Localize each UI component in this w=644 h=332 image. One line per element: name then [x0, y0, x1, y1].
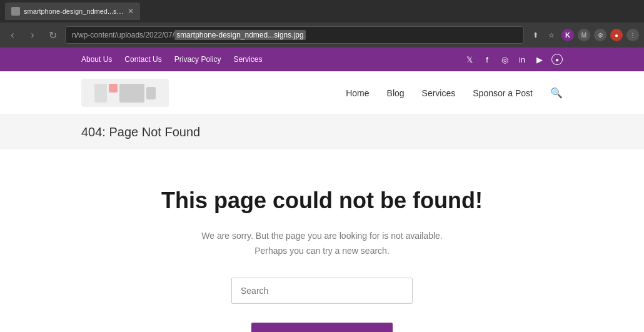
search-input[interactable]: [231, 278, 413, 304]
browser-tab[interactable]: smartphone-design_ndmed...signs.jpg ✕: [5, 3, 140, 20]
extensions-icon[interactable]: ⚙: [594, 29, 606, 41]
tab-title: smartphone-design_ndmed...signs.jpg: [24, 8, 124, 15]
error-subtext: We are sorry. But the page you are looki…: [13, 229, 631, 259]
refresh-button[interactable]: ↻: [45, 27, 60, 44]
back-to-homepage-button[interactable]: BACK TO HOMEPAGE: [251, 323, 392, 332]
tab-favicon: [11, 7, 20, 16]
top-nav-services[interactable]: Services: [233, 55, 262, 64]
url-selected-text: smartphone-design_ndmed...signs.jpg: [174, 30, 305, 40]
bookmark-icon[interactable]: ☆: [545, 29, 558, 41]
nav-sponsor[interactable]: Sponsor a Post: [473, 88, 533, 98]
back-button[interactable]: ‹: [5, 27, 20, 43]
forward-button[interactable]: ›: [25, 27, 40, 43]
nav-home[interactable]: Home: [346, 88, 369, 98]
tab-close-button[interactable]: ✕: [128, 7, 134, 16]
nav-search-icon[interactable]: 🔍: [550, 87, 563, 99]
instagram-icon[interactable]: ◎: [499, 54, 510, 65]
error-subtext-line1: We are sorry. But the page you are looki…: [13, 229, 631, 244]
logo-block-2: [109, 84, 118, 93]
logo-block-4: [146, 87, 156, 99]
menu-icon[interactable]: ⋮: [626, 29, 639, 41]
twitter-icon[interactable]: 𝕏: [464, 54, 475, 65]
linkedin-icon[interactable]: in: [516, 54, 528, 65]
nav-services[interactable]: Services: [422, 88, 456, 98]
facebook-icon[interactable]: f: [481, 54, 493, 65]
error-subtext-line2: Perhaps you can try a new search.: [13, 244, 631, 259]
logo-block-3: [119, 84, 144, 103]
main-nav: Home Blog Services Sponsor a Post 🔍: [0, 71, 644, 115]
logo-image: [81, 79, 169, 107]
error-heading: This page could not be found!: [13, 187, 631, 214]
main-nav-links: Home Blog Services Sponsor a Post 🔍: [346, 87, 563, 99]
profile-k-icon[interactable]: K: [561, 29, 574, 41]
main-content: This page could not be found! We are sor…: [0, 149, 644, 332]
logo-block-1: [94, 84, 107, 103]
address-bar[interactable]: n/wp-content/uploads/2022/07/smartphone-…: [65, 26, 524, 44]
record-icon[interactable]: ●: [610, 29, 623, 41]
profile-m-icon[interactable]: M: [578, 29, 590, 41]
browser-actions: ⬆ ☆ K M ⚙ ● ⋮: [529, 29, 639, 41]
youtube-icon[interactable]: ▶: [534, 54, 545, 65]
site-logo[interactable]: [81, 79, 169, 107]
url-text: n/wp-content/uploads/2022/07/: [72, 31, 174, 39]
share-icon[interactable]: ⬆: [529, 29, 541, 41]
logo-graphic: [94, 84, 156, 103]
search-container: [13, 278, 631, 304]
top-nav-links: About Us Contact Us Privacy Policy Servi…: [81, 55, 262, 64]
top-nav-contact-us[interactable]: Contact Us: [124, 55, 161, 64]
top-nav-bar: About Us Contact Us Privacy Policy Servi…: [0, 48, 644, 71]
nav-blog[interactable]: Blog: [387, 88, 405, 98]
top-nav-about-us[interactable]: About Us: [81, 55, 112, 64]
address-bar-row: ‹ › ↻ n/wp-content/uploads/2022/07/smart…: [0, 23, 644, 48]
browser-chrome: smartphone-design_ndmed...signs.jpg ✕: [0, 0, 644, 23]
other-social-icon[interactable]: ●: [551, 54, 563, 65]
top-nav-privacy-policy[interactable]: Privacy Policy: [174, 55, 221, 64]
breadcrumb-text: 404: Page Not Found: [81, 125, 200, 139]
social-icons: 𝕏 f ◎ in ▶ ●: [464, 54, 563, 65]
breadcrumb-bar: 404: Page Not Found: [0, 115, 644, 149]
